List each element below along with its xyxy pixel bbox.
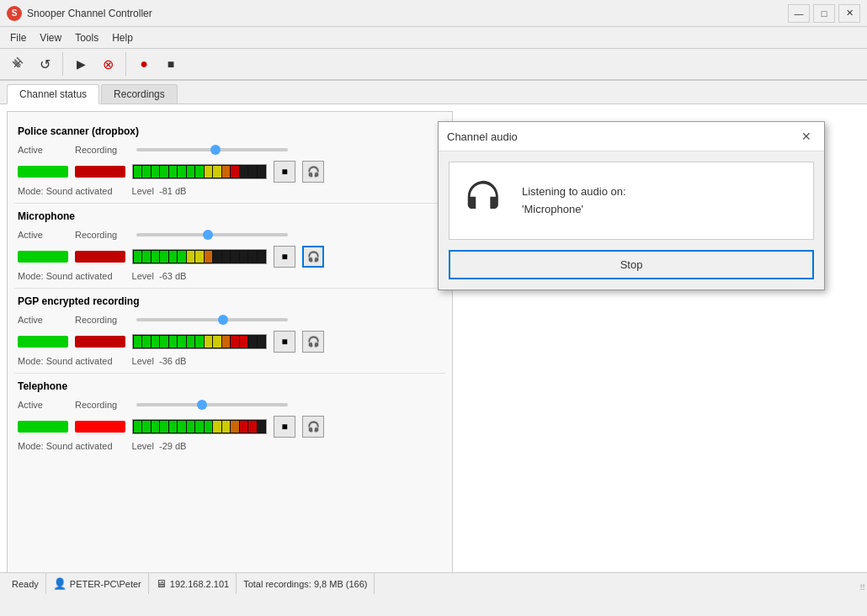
vu-bar	[187, 166, 194, 178]
vu-bar	[169, 336, 177, 348]
menu-view[interactable]: View	[33, 29, 68, 47]
tab-channel-status[interactable]: Channel status	[7, 84, 99, 104]
headphone-btn-telephone[interactable]: 🎧	[302, 416, 324, 438]
vu-bar	[231, 336, 238, 348]
slider-thumb-police[interactable]	[210, 145, 221, 155]
stop-square-button[interactable]: ■	[158, 51, 184, 77]
slider-microphone[interactable]	[136, 227, 288, 242]
slider-pgp[interactable]	[136, 312, 288, 327]
channel-vu-microphone: ■ 🎧	[18, 246, 442, 268]
level-label-telephone: Level -29 dB	[132, 441, 187, 451]
vu-bar	[152, 336, 159, 348]
slider-telephone[interactable]	[136, 397, 288, 412]
slider-thumb-pgp[interactable]	[218, 315, 228, 325]
slider-police[interactable]	[136, 142, 288, 157]
channel-item-microphone: Microphone Active Recording	[14, 204, 445, 289]
play-button[interactable]: ▶	[68, 51, 93, 77]
stop-circle-button[interactable]: ⊗	[95, 51, 120, 77]
stop-button[interactable]: Stop	[449, 250, 814, 279]
channel-audio-dialog: Channel audio ✕ Listening to audio on: '…	[438, 121, 825, 290]
vu-bar	[213, 421, 221, 433]
vu-meter-telephone	[132, 419, 267, 434]
headphone-btn-microphone[interactable]: 🎧	[302, 246, 324, 268]
status-recordings: Total recordings: 9,8 MB (166)	[237, 573, 375, 594]
stop-btn-police[interactable]: ■	[274, 161, 295, 183]
channel-name-pgp: PGP encrypted recording	[18, 295, 442, 307]
active-indicator-microphone	[18, 251, 68, 263]
mode-label-pgp: Mode: Sound activated	[18, 356, 113, 366]
vu-bar	[213, 251, 221, 263]
vu-bar	[222, 336, 230, 348]
vu-bar	[240, 166, 247, 178]
slider-thumb-microphone[interactable]	[203, 230, 213, 240]
stop-btn-pgp[interactable]: ■	[274, 331, 295, 353]
active-indicator-telephone	[18, 421, 68, 433]
label-recording-pgp: Recording	[75, 315, 130, 325]
headphone-btn-police[interactable]: 🎧	[302, 161, 324, 183]
dialog-message-line1: Listening to audio on:	[522, 183, 626, 201]
slider-track-police	[136, 148, 288, 151]
channel-name-telephone: Telephone	[18, 380, 442, 392]
stop-circle-icon: ⊗	[103, 56, 114, 72]
vu-bar	[142, 336, 150, 348]
vu-bar	[178, 166, 185, 178]
refresh-icon: ↺	[40, 56, 51, 72]
channel-controls-pgp: Active Recording	[18, 312, 442, 327]
channel-vu-telephone: ■ 🎧	[18, 416, 442, 438]
maximize-button[interactable]: □	[813, 4, 835, 23]
vu-bar	[258, 336, 265, 348]
label-active-pgp: Active	[18, 315, 68, 325]
refresh-button[interactable]: ↺	[32, 51, 57, 77]
dialog-message-line2: 'Microphone'	[522, 201, 626, 219]
level-label-police: Level -81 dB	[132, 186, 187, 196]
vu-bar	[152, 166, 159, 178]
menu-tools[interactable]: Tools	[68, 29, 105, 47]
channel-name-microphone: Microphone	[18, 210, 442, 222]
vu-bar	[205, 166, 212, 178]
settings-button[interactable]: ✕	[5, 51, 30, 77]
channel-controls-microphone: Active Recording	[18, 227, 442, 242]
vu-bar	[258, 166, 265, 178]
vu-bar	[222, 166, 230, 178]
toolbar-separator-1	[62, 52, 63, 76]
vu-bar	[231, 166, 238, 178]
tab-recordings[interactable]: Recordings	[101, 84, 178, 104]
vu-bar	[248, 421, 256, 433]
ready-label: Ready	[12, 579, 39, 589]
vu-bar	[248, 251, 256, 263]
channel-mode-police: Mode: Sound activated Level -81 dB	[18, 186, 442, 196]
recording-indicator-pgp	[75, 336, 125, 348]
menu-file[interactable]: File	[3, 29, 33, 47]
vu-bar	[231, 421, 238, 433]
record-button[interactable]: ●	[131, 51, 157, 77]
dialog-close-button[interactable]: ✕	[797, 127, 816, 146]
channel-mode-pgp: Mode: Sound activated Level -36 dB	[18, 356, 442, 366]
minimize-button[interactable]: —	[788, 4, 810, 23]
resize-grip[interactable]: ⠿	[859, 583, 865, 592]
menu-bar: File View Tools Help	[0, 27, 867, 49]
vu-bar	[205, 421, 212, 433]
close-button[interactable]: ✕	[838, 4, 860, 23]
vu-meter-pgp	[132, 334, 267, 349]
slider-track-telephone	[136, 403, 288, 406]
user-label: PETER-PC\Peter	[70, 579, 141, 589]
stop-btn-telephone[interactable]: ■	[274, 416, 295, 438]
vu-bar	[178, 336, 185, 348]
headphone-btn-pgp[interactable]: 🎧	[302, 331, 324, 353]
vu-bar	[258, 421, 265, 433]
vu-bar	[231, 251, 238, 263]
vu-bar	[195, 251, 203, 263]
stop-btn-microphone[interactable]: ■	[274, 246, 295, 268]
vu-bar	[240, 421, 247, 433]
settings-icon: ✕	[10, 56, 25, 72]
status-ip: 🖥 192.168.2.101	[149, 573, 237, 594]
dialog-body: Listening to audio on: 'Microphone'	[449, 162, 814, 240]
vu-bar	[248, 166, 256, 178]
vu-bar	[160, 166, 168, 178]
menu-help[interactable]: Help	[105, 29, 140, 47]
record-icon: ●	[140, 56, 148, 72]
channel-controls-police: Active Recording	[18, 142, 442, 157]
slider-thumb-telephone[interactable]	[197, 400, 207, 410]
recording-indicator-telephone	[75, 421, 125, 433]
vu-bar	[142, 166, 150, 178]
